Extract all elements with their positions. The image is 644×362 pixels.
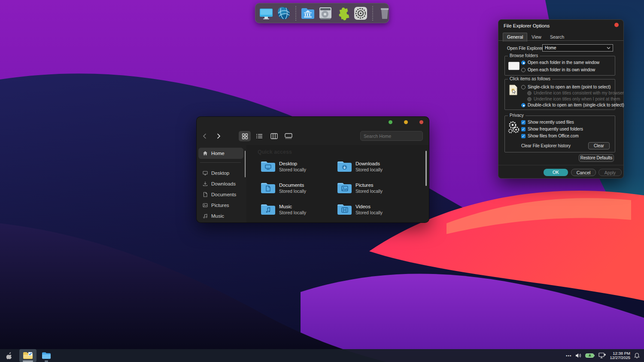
dock-network-globe-icon[interactable] [276,6,291,21]
taskbar-clock[interactable]: 12:38 PM 12/27/2025 [610,351,630,360]
pointer-document-icon [509,85,518,96]
group-legend: Browse folders [508,53,540,58]
sidebar-item-pictures[interactable]: Pictures [197,200,244,210]
dialog-footer-divider [498,165,623,165]
folder-options-icon [23,351,33,360]
clear-button[interactable]: Clear [588,142,610,149]
gears-icon [508,121,520,134]
sidebar-item-music[interactable]: Music [197,210,244,221]
folder-item-pictures[interactable]: Pictures Stored locally [337,181,413,203]
browse-folders-group: Browse folders Open each folder in the s… [504,56,615,76]
tray-overflow-icon[interactable]: ••• [566,353,572,358]
dock-separator [372,6,373,21]
dock-separator [295,6,296,21]
folder-status: Stored locally [355,167,383,172]
chevron-down-icon [607,47,611,49]
music-icon [203,213,208,219]
folder-name: Videos [355,204,383,209]
folder-item-desktop[interactable]: Desktop Stored locally [260,160,337,181]
dock-trash-icon[interactable] [377,6,392,21]
ok-button[interactable]: OK [544,169,568,176]
content-scrollbar[interactable] [425,151,427,186]
folder-status: Stored locally [279,210,306,215]
checkbox-icon: ✓ [521,127,526,131]
privacy-group: Privacy ✓ Show recently used files ✓ Sho… [504,116,615,152]
radio-icon [521,103,526,107]
section-title: Quick access [258,149,292,155]
open-to-dropdown[interactable]: Home [542,44,613,52]
apple-menu-icon[interactable] [6,352,12,359]
checkbox-label: Show frequently used folders [528,127,583,131]
explorer-toolbar [197,129,429,143]
tab-strip-line [498,40,623,41]
checkbox-office-files[interactable]: ✓ Show files from Office.com [521,134,579,138]
dialog-title: File Explorer Options [504,23,550,28]
dock-hard-drive-icon[interactable] [318,6,333,21]
restore-defaults-button[interactable]: Restore Defaults [579,154,614,162]
dock-files-folder-icon[interactable] [301,6,315,21]
downloads-icon [203,181,208,186]
gallery-view-icon[interactable] [283,131,295,141]
radio-label: Double-click to open an item (single-cli… [528,103,624,107]
explorer-titlebar[interactable] [197,117,429,128]
radio-icon [527,91,532,95]
radio-underline-point: Underline icon titles only when I point … [527,97,620,101]
sidebar-item-desktop[interactable]: Desktop [197,167,244,178]
radio-double-click[interactable]: Double-click to open an item (single-cli… [521,103,624,107]
radio-same-window[interactable]: Open each folder in the same window [521,60,599,65]
open-to-value: Home [545,46,607,50]
search-box[interactable] [360,131,423,141]
folder-item-videos[interactable]: Videos Stored locally [337,203,413,223]
system-tray: ••• 12:38 PM 12/27/2025 [566,349,644,362]
apply-button[interactable]: Apply [598,169,622,176]
display-network-icon[interactable] [598,353,606,359]
sidebar-item-label: Music [211,213,224,219]
columns-view-icon[interactable] [268,131,280,141]
taskbar-folder-options-app[interactable] [19,349,36,362]
checkbox-icon: ✓ [521,134,526,138]
folder-name: Music [279,204,306,209]
volume-icon[interactable] [575,353,581,358]
window-close-button[interactable] [419,120,423,124]
folder-item-downloads[interactable]: Downloads Stored locally [337,160,413,181]
dialog-close-icon[interactable] [614,23,619,27]
videos-folder-icon [337,203,352,216]
group-legend: Click items as follows [508,76,552,81]
folder-item-music[interactable]: Music Stored locally [260,203,337,223]
clock-date: 12/27/2025 [610,356,630,360]
folder-name: Downloads [355,161,383,166]
radio-icon [521,68,526,72]
forward-icon[interactable] [213,131,224,141]
documents-folder-icon [260,181,276,195]
window-minimize-button[interactable] [389,120,392,124]
cancel-button[interactable]: Cancel [571,169,596,176]
sidebar-scrollbar[interactable] [245,151,246,177]
window-maximize-button[interactable] [404,120,408,124]
search-input[interactable] [364,134,422,139]
sidebar-item-label: Documents [211,192,236,197]
checkbox-frequent-folders[interactable]: ✓ Show frequently used folders [521,127,583,131]
radio-single-click[interactable]: Single-click to open an item (point to s… [521,85,611,89]
clear-history-label: Clear File Explorer history [521,143,571,148]
radio-own-window[interactable]: Open each folder in its own window [521,67,595,72]
list-view-icon[interactable] [253,131,265,141]
dock-settings-icon[interactable] [353,6,368,21]
sidebar-item-home[interactable]: Home [198,148,243,159]
group-legend: Privacy [508,113,526,118]
folder-item-documents[interactable]: Documents Stored locally [260,181,337,203]
folder-name: Documents [279,183,306,188]
file-explorer-options-dialog: File Explorer Options General View Searc… [498,19,624,179]
music-folder-icon [260,203,276,216]
sidebar-item-downloads[interactable]: Downloads [197,178,244,189]
battery-charging-icon[interactable] [585,353,595,358]
grid-view-icon[interactable] [239,131,251,141]
checkbox-recent-files[interactable]: ✓ Show recently used files [521,120,574,125]
radio-label: Underline icon titles consistent with my… [534,91,624,95]
notifications-bell-icon[interactable] [634,353,640,359]
sidebar-item-label: Desktop [211,170,229,176]
back-icon[interactable] [199,131,210,141]
sidebar-item-documents[interactable]: Documents [197,189,244,200]
taskbar-file-explorer-app[interactable] [39,349,54,362]
dock-extensions-puzzle-icon[interactable] [336,6,350,21]
dock-display-icon[interactable] [259,6,273,21]
